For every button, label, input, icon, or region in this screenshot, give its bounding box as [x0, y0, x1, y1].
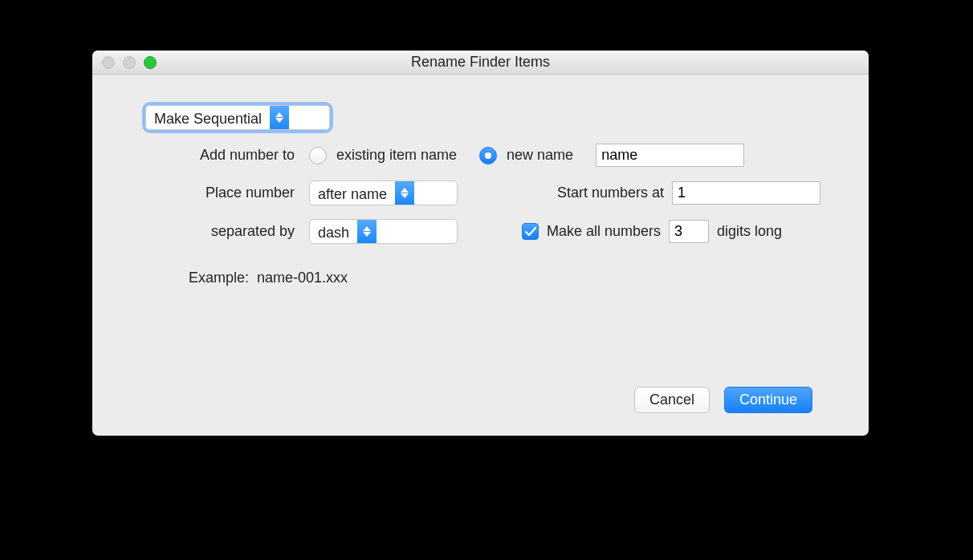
digits-checkbox[interactable] — [522, 223, 539, 240]
footer-buttons: Cancel Continue — [634, 387, 812, 413]
place-number-select-label: after name — [310, 181, 395, 205]
example-row: Example: name-001.xxx — [189, 270, 820, 286]
chevron-updown-icon — [270, 106, 289, 129]
new-name-input[interactable] — [596, 144, 744, 167]
cancel-button[interactable]: Cancel — [634, 387, 710, 413]
separator-select-label: dash — [310, 220, 357, 243]
chevron-updown-icon — [395, 181, 414, 205]
mode-select-focus: Make Sequential — [145, 105, 330, 130]
content-area: Make Sequential Add number to existing i… — [92, 75, 869, 436]
row-separated-by: separated by dash Make all numbers digit… — [140, 219, 820, 244]
mode-select[interactable]: Make Sequential — [145, 105, 330, 130]
traffic-lights — [102, 56, 157, 69]
radio-new-label: new name — [507, 147, 573, 164]
minimize-icon[interactable] — [123, 56, 136, 69]
window-title: Rename Finder Items — [411, 54, 550, 71]
place-number-select[interactable]: after name — [309, 181, 458, 205]
radio-existing-label: existing item name — [336, 147, 457, 164]
radio-existing-name[interactable] — [309, 147, 327, 164]
start-numbers-label: Start numbers at — [557, 185, 664, 201]
radio-new-name[interactable] — [479, 147, 497, 164]
add-number-label: Add number to — [140, 147, 301, 164]
example-label: Example: — [189, 270, 249, 286]
continue-button[interactable]: Continue — [724, 387, 812, 413]
zoom-icon[interactable] — [144, 56, 157, 69]
start-number-input[interactable] — [672, 181, 820, 205]
mode-select-label: Make Sequential — [146, 106, 270, 129]
separated-by-label: separated by — [140, 223, 301, 240]
close-icon[interactable] — [102, 56, 115, 69]
titlebar: Rename Finder Items — [92, 51, 869, 75]
separator-select[interactable]: dash — [309, 219, 458, 244]
place-number-label: Place number — [140, 185, 301, 201]
digits-label-a: Make all numbers — [547, 223, 661, 240]
example-value: name-001.xxx — [257, 270, 348, 286]
row-add-number-to: Add number to existing item name new nam… — [140, 144, 820, 167]
digits-label-b: digits long — [717, 223, 782, 240]
dialog-window: Rename Finder Items Make Sequential Add … — [92, 51, 869, 436]
chevron-updown-icon — [357, 220, 377, 243]
digits-input[interactable] — [669, 220, 709, 243]
row-place-number: Place number after name Start numbers at — [140, 181, 820, 205]
